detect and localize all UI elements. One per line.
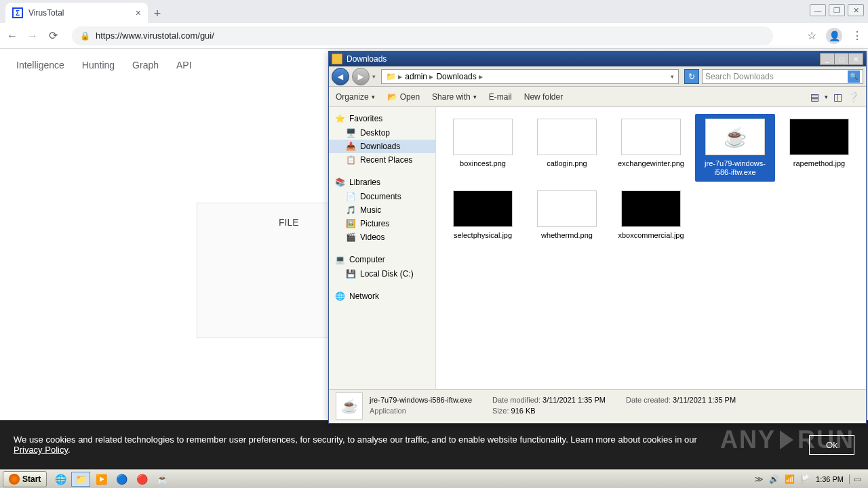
search-placeholder: Search Downloads [705, 72, 774, 81]
computer-icon: 💻 [334, 254, 345, 265]
chrome-menu-icon[interactable]: ⋮ [852, 29, 863, 42]
back-button[interactable]: ← [5, 29, 19, 43]
view-mode-icon[interactable]: ▤ [810, 92, 819, 102]
libraries-icon: 📚 [334, 177, 345, 188]
file-label: whethermd.png [529, 231, 605, 240]
sidebar-network-header[interactable]: 🌐Network [329, 289, 435, 304]
email-button[interactable]: E-mail [489, 92, 512, 102]
breadcrumb-segment-admin[interactable]: admin [405, 72, 433, 81]
breadcrumb[interactable]: 📁 admin Downloads ▾ [381, 69, 679, 84]
search-icon[interactable]: 🔍 [848, 70, 860, 83]
share-button[interactable]: Share with [432, 92, 477, 102]
vt-nav-graph[interactable]: Graph [132, 60, 159, 70]
sidebar-item-pictures[interactable]: 🖼️Pictures [329, 217, 435, 230]
tray-expand-icon[interactable]: ≫ [755, 474, 764, 484]
browser-tab[interactable]: Σ VirusTotal × [5, 3, 148, 23]
file-item[interactable]: whethermd.png [527, 186, 607, 245]
vt-nav-api[interactable]: API [176, 60, 192, 70]
profile-avatar-icon[interactable]: 👤 [826, 28, 842, 44]
explorer-minimize-button[interactable]: _ [820, 53, 835, 65]
chrome-close-button[interactable]: ✕ [848, 4, 864, 16]
taskbar-explorer-icon[interactable]: 📁 [71, 472, 90, 487]
help-icon[interactable]: ❔ [848, 92, 859, 102]
details-filename: jre-7u79-windows-i586-iftw.exe [370, 395, 472, 405]
address-bar[interactable]: 🔒 https://www.virustotal.com/gui/ [72, 26, 773, 45]
reload-button[interactable]: ⟳ [46, 29, 60, 43]
taskbar-chrome-icon[interactable]: 🔵 [112, 472, 131, 487]
sidebar-computer-header[interactable]: 💻Computer [329, 252, 435, 267]
sidebar-favorites-header[interactable]: ⭐Favorites [329, 111, 435, 126]
taskbar-opera-icon[interactable]: 🔴 [132, 472, 151, 487]
new-folder-button[interactable]: New folder [524, 92, 563, 102]
downloads-icon: 📥 [345, 141, 356, 152]
chrome-tabstrip: Σ VirusTotal × + [0, 0, 868, 23]
file-grid[interactable]: boxincest.pngcatlogin.pngexchangewinter.… [436, 107, 866, 389]
new-tab-button[interactable]: + [148, 4, 167, 23]
details-filetype: Application [370, 406, 472, 416]
sidebar-item-music[interactable]: 🎵Music [329, 203, 435, 217]
forward-button[interactable]: → [26, 29, 39, 43]
details-created-value: 3/11/2021 1:35 PM [673, 396, 736, 404]
sidebar-item-documents[interactable]: 📄Documents [329, 190, 435, 203]
explorer-navbar: ◄ ► ▾ 📁 admin Downloads ▾ ↻ Search Downl… [329, 66, 866, 87]
sidebar-libraries-header[interactable]: 📚Libraries [329, 175, 435, 190]
tray-clock[interactable]: 1:36 PM [816, 475, 844, 483]
explorer-search-input[interactable]: Search Downloads 🔍 [702, 69, 863, 84]
explorer-titlebar[interactable]: Downloads _ □ ✕ [329, 52, 866, 66]
file-item[interactable]: ☕jre-7u79-windows-i586-iftw.exe [695, 114, 775, 182]
exe-icon: ☕ [705, 119, 765, 155]
file-item[interactable]: exchangewinter.png [611, 114, 691, 182]
preview-pane-icon[interactable]: ◫ [833, 92, 842, 102]
tab-close-icon[interactable]: × [136, 7, 141, 18]
file-item[interactable]: selectphysical.jpg [443, 186, 523, 245]
organize-button[interactable]: Organize [336, 92, 375, 102]
sidebar-item-local-disk[interactable]: 💾Local Disk (C:) [329, 267, 435, 281]
privacy-policy-link[interactable]: Privacy Policy [14, 445, 68, 455]
tab-favicon-icon: Σ [12, 7, 23, 18]
file-item[interactable]: boxincest.png [443, 114, 523, 182]
open-button[interactable]: 📂Open [387, 92, 420, 102]
sidebar-item-downloads[interactable]: 📥Downloads [329, 140, 435, 153]
view-dropdown-icon[interactable]: ▾ [825, 94, 828, 100]
bookmark-star-icon[interactable]: ☆ [807, 29, 816, 42]
cookie-text: We use cookies and related technologies … [14, 434, 697, 445]
history-dropdown-icon[interactable]: ▾ [372, 73, 376, 80]
chrome-maximize-button[interactable]: ❐ [829, 4, 845, 16]
sidebar-item-desktop[interactable]: 🖥️Desktop [329, 126, 435, 140]
taskbar-media-icon[interactable]: ▶️ [92, 472, 111, 487]
file-item[interactable]: rapemethod.jpg [779, 114, 859, 182]
chrome-minimize-button[interactable]: — [810, 4, 826, 16]
breadcrumb-segment-downloads[interactable]: Downloads [436, 72, 483, 81]
explorer-refresh-button[interactable]: ↻ [684, 69, 699, 84]
explorer-sidebar: ⭐Favorites 🖥️Desktop 📥Downloads 📋Recent … [329, 107, 436, 389]
file-item[interactable]: catlogin.png [527, 114, 607, 182]
vt-nav-hunting[interactable]: Hunting [82, 60, 115, 70]
explorer-back-button[interactable]: ◄ [332, 68, 349, 85]
explorer-maximize-button[interactable]: □ [834, 53, 849, 65]
taskbar-ie-icon[interactable]: 🌐 [51, 472, 70, 487]
image-thumbnail-icon [621, 190, 681, 227]
details-modified-label: Date modified: [492, 396, 540, 404]
url-text: https://www.virustotal.com/gui/ [96, 30, 214, 41]
file-item[interactable]: xboxcommercial.jpg [611, 186, 691, 245]
sidebar-item-recent[interactable]: 📋Recent Places [329, 153, 435, 167]
sidebar-item-videos[interactable]: 🎬Videos [329, 230, 435, 244]
tray-flag-icon[interactable]: 🏳️ [800, 474, 810, 484]
image-thumbnail-icon [537, 119, 597, 155]
image-thumbnail-icon [453, 119, 513, 155]
pictures-icon: 🖼️ [345, 218, 356, 229]
tab-title: VirusTotal [28, 8, 64, 18]
explorer-forward-button[interactable]: ► [352, 68, 370, 85]
videos-icon: 🎬 [345, 232, 356, 243]
music-icon: 🎵 [345, 205, 356, 216]
tray-network-icon[interactable]: 📶 [785, 474, 795, 484]
tray-volume-icon[interactable]: 🔊 [769, 474, 779, 484]
breadcrumb-dropdown-icon[interactable]: ▾ [671, 73, 674, 80]
taskbar-java-icon[interactable]: ☕ [153, 472, 172, 487]
show-desktop-button[interactable]: ▭ [849, 474, 861, 484]
file-label: jre-7u79-windows-i586-iftw.exe [697, 159, 773, 177]
explorer-close-button[interactable]: ✕ [848, 53, 863, 65]
start-button[interactable]: Start [3, 471, 47, 487]
cookie-ok-button[interactable]: Ok [809, 435, 854, 455]
vt-nav-intelligence[interactable]: Intelligence [16, 60, 64, 70]
